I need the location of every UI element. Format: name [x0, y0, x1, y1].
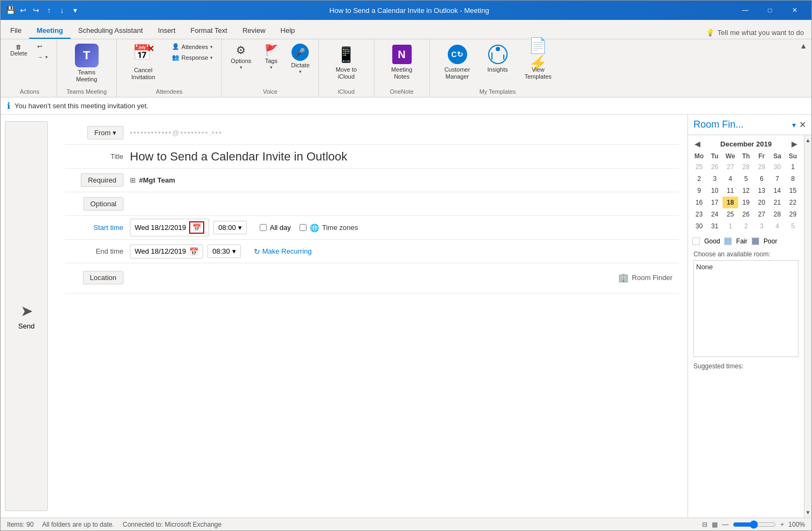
- optional-button[interactable]: Optional: [84, 197, 123, 211]
- cal-day[interactable]: 22: [785, 197, 801, 208]
- cal-day[interactable]: 5: [785, 220, 801, 232]
- room-finder-dropdown-icon[interactable]: ▾: [792, 121, 796, 129]
- cal-day[interactable]: 27: [754, 208, 769, 220]
- scroll-up-button[interactable]: ▲: [803, 135, 811, 145]
- cal-day[interactable]: 13: [754, 185, 769, 197]
- maximize-button[interactable]: □: [758, 1, 782, 20]
- zoom-minus[interactable]: —: [722, 521, 728, 528]
- tab-review[interactable]: Review: [235, 23, 273, 39]
- cal-day[interactable]: 16: [691, 197, 707, 208]
- cal-day[interactable]: 12: [738, 185, 754, 197]
- cal-day[interactable]: 10: [707, 185, 723, 197]
- room-finder-close-button[interactable]: ✕: [799, 120, 806, 130]
- minimize-button[interactable]: —: [733, 1, 758, 20]
- required-button[interactable]: Required: [81, 173, 123, 187]
- cal-day[interactable]: 26: [738, 208, 754, 220]
- prev-month-button[interactable]: ◀: [691, 138, 704, 149]
- cal-day[interactable]: 23: [691, 208, 707, 220]
- down-icon[interactable]: ↓: [57, 5, 67, 16]
- customer-manager-button[interactable]: C↻ Customer Manager: [434, 41, 481, 82]
- room-finder-button[interactable]: 🏢 Room Finder: [612, 273, 679, 283]
- save-icon[interactable]: 💾: [5, 5, 16, 16]
- view-icon-1[interactable]: ⊟: [702, 521, 707, 528]
- cal-day-today[interactable]: 18: [723, 197, 738, 208]
- location-button[interactable]: Location: [83, 271, 123, 284]
- cal-day[interactable]: 28: [769, 208, 785, 220]
- allday-checkbox[interactable]: [260, 224, 267, 231]
- cal-day[interactable]: 1: [723, 220, 738, 232]
- send-button[interactable]: ➤ Send: [5, 121, 48, 511]
- cal-day[interactable]: 2: [691, 173, 707, 185]
- dictate-button[interactable]: 🎤 Dictate ▾: [287, 41, 314, 76]
- end-calendar-icon[interactable]: 📅: [189, 247, 198, 256]
- cal-day[interactable]: 21: [769, 197, 785, 208]
- cal-day[interactable]: 27: [723, 161, 738, 173]
- move-to-icloud-button[interactable]: 📱 Move to iCloud: [323, 41, 370, 82]
- cal-day[interactable]: 29: [754, 161, 769, 173]
- zoom-slider[interactable]: [733, 520, 776, 529]
- check-names-btn[interactable]: 👥 Response ▾: [168, 52, 218, 62]
- cal-day[interactable]: 3: [707, 173, 723, 185]
- cal-day[interactable]: 6: [754, 173, 769, 185]
- cal-day[interactable]: 4: [769, 220, 785, 232]
- make-recurring-button[interactable]: ↻ Make Recurring: [254, 247, 312, 256]
- teams-meeting-button[interactable]: T Teams Meeting: [61, 41, 112, 85]
- forward-arrow-btn[interactable]: → ▾: [33, 52, 52, 62]
- cal-day[interactable]: 3: [754, 220, 769, 232]
- ribbon-search[interactable]: 💡 Tell me what you want to do: [700, 26, 809, 39]
- optional-input[interactable]: [130, 198, 679, 210]
- cal-day[interactable]: 25: [723, 208, 738, 220]
- cancel-invitation-button[interactable]: 📅 ✕ Cancel Invitation: [121, 41, 165, 83]
- undo-icon[interactable]: ↩: [18, 5, 29, 16]
- cal-day[interactable]: 17: [707, 197, 723, 208]
- cal-day[interactable]: 30: [691, 220, 707, 232]
- cal-day[interactable]: 4: [723, 173, 738, 185]
- close-button[interactable]: ✕: [782, 1, 807, 20]
- tab-meeting[interactable]: Meeting: [29, 23, 71, 39]
- attendee-options-btn[interactable]: 👤 Attendees ▾: [168, 41, 218, 52]
- tab-insert[interactable]: Insert: [150, 23, 183, 39]
- cal-day[interactable]: 15: [785, 185, 801, 197]
- timezone-checkbox[interactable]: [300, 224, 307, 231]
- up-icon[interactable]: ↑: [44, 5, 54, 16]
- cal-day[interactable]: 19: [738, 197, 754, 208]
- start-time-select[interactable]: 08:00 ▾: [213, 221, 247, 234]
- zoom-plus[interactable]: +: [780, 521, 784, 528]
- next-month-button[interactable]: ▶: [788, 138, 801, 149]
- cal-day[interactable]: 5: [738, 173, 754, 185]
- meeting-notes-button[interactable]: N Meeting Notes: [379, 41, 425, 82]
- cal-day[interactable]: 31: [707, 220, 723, 232]
- delete-button[interactable]: 🗑 Delete: [7, 41, 31, 59]
- cal-day[interactable]: 20: [754, 197, 769, 208]
- tab-scheduling[interactable]: Scheduling Assistant: [71, 23, 150, 39]
- cal-day[interactable]: 26: [707, 161, 723, 173]
- cal-day[interactable]: 24: [707, 208, 723, 220]
- redo-icon[interactable]: ↪: [31, 5, 41, 16]
- view-icon-2[interactable]: ▦: [712, 521, 718, 528]
- end-time-select[interactable]: 08:30 ▾: [207, 244, 241, 258]
- required-value[interactable]: #Mgt Team: [139, 176, 175, 184]
- insights-button[interactable]: Insights: [483, 41, 513, 75]
- cal-day[interactable]: 2: [738, 220, 754, 232]
- tab-help[interactable]: Help: [273, 23, 303, 39]
- start-date-picker[interactable]: Wed 18/12/2019 📅: [130, 219, 209, 236]
- options-button[interactable]: ⚙ Options ▾: [226, 41, 255, 72]
- end-date-picker[interactable]: Wed 18/12/2019 📅: [130, 244, 203, 258]
- cal-day[interactable]: 30: [769, 161, 785, 173]
- ribbon-collapse-button[interactable]: ▲: [797, 39, 809, 97]
- scroll-down-button[interactable]: ▼: [803, 507, 811, 518]
- reply-btn[interactable]: ↩: [33, 41, 52, 52]
- location-input[interactable]: [130, 271, 612, 284]
- more-icon[interactable]: ▾: [70, 5, 80, 16]
- title-input[interactable]: [130, 150, 679, 164]
- cal-day[interactable]: 7: [769, 173, 785, 185]
- email-body-area[interactable]: [65, 294, 679, 414]
- cal-day[interactable]: 8: [785, 173, 801, 185]
- tab-file[interactable]: File: [3, 23, 29, 39]
- view-templates-button[interactable]: 📄⚡ View Templates: [515, 41, 561, 82]
- scrollbar[interactable]: ▲ ▼: [804, 135, 811, 518]
- tags-button[interactable]: 🚩 Tags ▾: [258, 41, 284, 72]
- from-button[interactable]: From ▾: [87, 126, 123, 139]
- cal-day[interactable]: 1: [785, 161, 801, 173]
- cal-day[interactable]: 29: [785, 208, 801, 220]
